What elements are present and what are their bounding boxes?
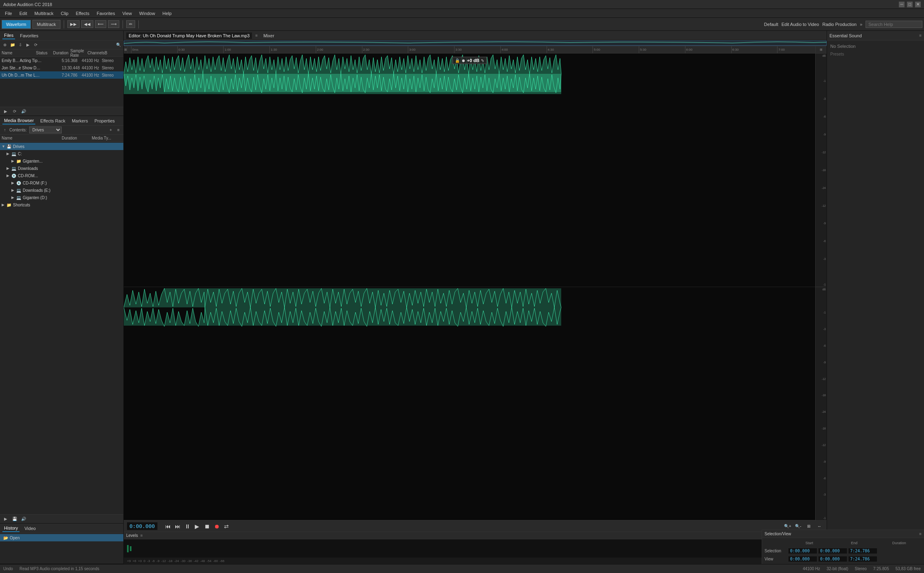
status-message: Read MP3 Audio completed in 1,15 seconds xyxy=(19,567,99,571)
btn-prev[interactable]: ⏭ xyxy=(174,522,182,530)
tab-history[interactable]: History xyxy=(2,525,19,532)
file-row-2[interactable]: Uh Oh D...m The Law.mp3 7:24.786 44100 H… xyxy=(0,71,123,79)
tab-markers[interactable]: Markers xyxy=(70,118,90,124)
tab-video[interactable]: Video xyxy=(23,525,37,532)
menu-window[interactable]: Window xyxy=(136,10,158,17)
menu-favorites[interactable]: Favorites xyxy=(93,10,118,17)
toolbar-btn-1[interactable]: ▶▶ xyxy=(67,20,80,28)
btn-loop[interactable]: ⇄ xyxy=(222,522,230,530)
levels-scale: +9 +6 +3 0 -3 -6 -9 -12 -18 -24 -30 -36 … xyxy=(124,558,827,564)
toolbar-btn-4[interactable]: ⟶ xyxy=(108,20,119,28)
mb-contents-label: Contents: xyxy=(9,128,27,132)
tree-item-downloads[interactable]: ▶ 💻 Downloads xyxy=(0,165,123,172)
minimize-button[interactable]: ─ xyxy=(899,2,905,7)
tree-item-drives[interactable]: ▼ 💾 Drives xyxy=(0,143,123,150)
sv-selection-end[interactable]: 0:00.000 xyxy=(818,548,847,554)
mb-up-btn[interactable]: ↑ xyxy=(2,127,8,133)
btn-zoom-fit[interactable]: ⊞ xyxy=(805,522,813,530)
tab-media-browser[interactable]: Media Browser xyxy=(2,117,35,124)
sv-view-end[interactable]: 0:00.000 xyxy=(818,556,847,562)
search-input[interactable] xyxy=(866,21,922,28)
files-folder-btn[interactable]: 📁 xyxy=(9,42,16,48)
editor-tab-mixer[interactable]: Mixer xyxy=(261,32,277,39)
tree-item-giganten-d[interactable]: ▶ 💻 Giganten (D:) xyxy=(0,194,123,201)
db-label-m3-b2: -3 xyxy=(816,486,826,503)
tree-item-shortcuts[interactable]: ▶ 📁 Shortcuts xyxy=(0,201,123,208)
menu-edit[interactable]: Edit xyxy=(16,10,30,17)
file-duration-0: 5:16.368 xyxy=(62,58,82,63)
sv-selection-start[interactable]: 0:00.000 xyxy=(788,548,817,554)
file-row-0[interactable]: Emily B... Acting Tips.mp3 5:16.368 4410… xyxy=(0,57,123,64)
tab-files[interactable]: Files xyxy=(2,32,15,39)
btn-stop[interactable]: ⏹ xyxy=(203,522,211,530)
no-selection-text: No Selection xyxy=(830,44,855,49)
multitrack-tab[interactable]: Multitrack xyxy=(32,20,60,29)
menu-effects[interactable]: Effects xyxy=(73,10,93,17)
play-controls: ⏮ ⏭ ⏸ ▶ ⏹ ⏺ ⇄ xyxy=(164,522,230,530)
btn-zoom-reset[interactable]: ↔ xyxy=(815,522,823,530)
waveform-channel-1[interactable] xyxy=(124,54,815,287)
mb-footer-speaker[interactable]: 🔊 xyxy=(20,516,27,522)
btn-record[interactable]: ⏺ xyxy=(213,522,221,530)
maximize-button[interactable]: □ xyxy=(907,2,913,7)
mb-add-btn[interactable]: + xyxy=(108,127,114,133)
essential-sound-menu[interactable]: ≡ xyxy=(919,33,922,38)
tab-effects-rack[interactable]: Effects Rack xyxy=(39,118,67,124)
mb-contents-select[interactable]: Drives xyxy=(29,127,62,133)
level-scale-text: +9 +6 +3 0 -3 -6 -9 -12 -18 -24 -30 -36 … xyxy=(127,559,224,563)
playback-bar: 0:00.000 ⏮ ⏭ ⏸ ▶ ⏹ ⏺ ⇄ 🔍+ 🔍- ⊞ ↔ xyxy=(124,520,827,532)
tab-favorites[interactable]: Favorites xyxy=(18,32,40,39)
media-browser-toolbar: ↑ Contents: Drives + ≡ xyxy=(0,126,123,135)
ruler-right-btn[interactable]: ⊞ xyxy=(820,48,823,52)
waveform-wrapper[interactable]: 🔒 ⏺ +0 dB ✎ xyxy=(124,54,815,520)
files-footer-play[interactable]: ▶ xyxy=(2,108,9,115)
tree-item-cdrom[interactable]: ▶ 💿 CD-ROM... xyxy=(0,172,123,179)
gain-label[interactable]: +0 dB xyxy=(467,58,479,63)
btn-zoom-out[interactable]: 🔍- xyxy=(794,522,802,530)
btn-rewind-start[interactable]: ⏮ xyxy=(164,522,172,530)
btn-play[interactable]: ▶ xyxy=(193,522,201,530)
toolbar-expand-icon[interactable]: » xyxy=(860,22,862,27)
files-new-btn[interactable]: ⊕ xyxy=(2,42,8,48)
menu-view[interactable]: View xyxy=(119,10,135,17)
mb-footer-save[interactable]: 💾 xyxy=(11,516,18,522)
toolbar-btn-3[interactable]: ⟵ xyxy=(95,20,106,28)
sv-menu-btn[interactable]: ≡ xyxy=(919,532,922,536)
mb-filter-btn[interactable]: ≡ xyxy=(115,127,122,133)
waveform-channel-2[interactable] xyxy=(124,287,815,521)
tree-item-c[interactable]: ▶ 💻 C: xyxy=(0,150,123,157)
mb-footer-play[interactable]: ▶ xyxy=(2,516,9,522)
minimap-viewport[interactable] xyxy=(124,41,827,46)
levels-menu-btn[interactable]: ≡ xyxy=(140,533,143,538)
sv-selection-duration[interactable]: 7:24.786 xyxy=(849,548,877,554)
close-button[interactable]: ✕ xyxy=(915,2,921,7)
tree-item-downloads-e[interactable]: ▶ 💻 Downloads (E:) xyxy=(0,187,123,194)
toolbar-pencil[interactable]: ✏ xyxy=(126,20,135,28)
tab-properties[interactable]: Properties xyxy=(93,118,116,124)
editor-tab-main[interactable]: Editor: Uh Oh Donald Trump May Have Brok… xyxy=(126,32,252,39)
downloads-e-icon: 💻 xyxy=(16,188,22,193)
sv-view-duration[interactable]: 7:24.786 xyxy=(849,556,877,562)
files-search-btn[interactable]: 🔍 xyxy=(115,42,122,48)
waveform-tab[interactable]: Waveform xyxy=(2,20,31,29)
menu-clip[interactable]: Clip xyxy=(58,10,72,17)
files-play-btn[interactable]: ▶ xyxy=(25,42,31,48)
editor-tab-close[interactable]: ≡ xyxy=(255,33,258,38)
menu-file[interactable]: File xyxy=(2,10,15,17)
files-loop-btn[interactable]: ⟳ xyxy=(32,42,39,48)
tree-item-giganten[interactable]: ▶ 📁 Giganten... xyxy=(0,157,123,165)
files-footer-loop[interactable]: ⟳ xyxy=(11,108,18,115)
files-footer-speaker[interactable]: 🔊 xyxy=(20,108,27,115)
btn-pause[interactable]: ⏸ xyxy=(183,522,192,530)
toolbar-separator-3 xyxy=(138,20,139,28)
sv-view-start[interactable]: 0:00.000 xyxy=(788,556,817,562)
tree-item-cdrom-f[interactable]: ▶ 💿 CD-ROM (F:) xyxy=(0,179,123,187)
menu-multitrack[interactable]: Multitrack xyxy=(31,10,57,17)
sv-col-start: Start xyxy=(787,541,832,545)
btn-zoom-in[interactable]: 🔍+ xyxy=(784,522,792,530)
file-row-1[interactable]: Jon Ste...e Show Desk.mp3 13:30.448 4410… xyxy=(0,64,123,71)
menu-help[interactable]: Help xyxy=(159,10,175,17)
history-item-open[interactable]: 📂 Open xyxy=(0,534,123,541)
toolbar-btn-2[interactable]: ◀◀ xyxy=(81,20,93,28)
files-import-btn[interactable]: ⇩ xyxy=(17,42,24,48)
